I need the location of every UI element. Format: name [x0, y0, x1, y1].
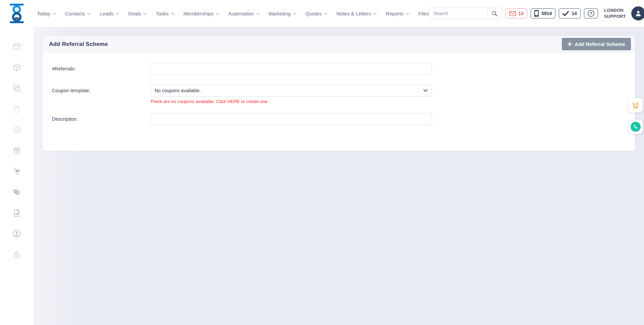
floating-call-button[interactable]: [629, 120, 643, 134]
tasks-count: 14: [572, 11, 577, 16]
nav-reports[interactable]: Reports: [386, 11, 409, 16]
hourglass-logo-icon: [9, 4, 25, 23]
user-circle-icon: [12, 229, 21, 238]
sidebar-item-reports[interactable]: [12, 209, 21, 217]
page-title: Add Referral Scheme: [49, 41, 108, 48]
avatar[interactable]: [631, 6, 644, 20]
coupon-template-label: Coupon template:: [52, 88, 150, 93]
calendar-day-number: 12: [15, 46, 18, 49]
mobile-phone-icon: [534, 10, 539, 17]
description-row: Description:: [52, 113, 635, 125]
nav-deals[interactable]: Deals: [128, 11, 147, 16]
messages-badge[interactable]: 13: [505, 8, 528, 18]
referrals-input[interactable]: [150, 63, 432, 75]
referrals-row: #Referrals:: [52, 63, 635, 75]
nav-label: Deals: [128, 11, 141, 16]
coupon-template-select-wrap: No coupons available.: [150, 85, 432, 97]
coupon-warning-text-post: to create one: [240, 99, 268, 104]
nav-label: Reports: [386, 11, 404, 16]
price-tag-icon: $: [12, 188, 21, 197]
nav-today[interactable]: Today: [37, 11, 56, 16]
sidebar-item-duplicates[interactable]: [12, 84, 21, 93]
main-content: Add Referral Scheme Add Referral Scheme …: [34, 27, 644, 325]
nav-label: Leads: [100, 11, 113, 16]
chevron-down-icon: [116, 13, 119, 15]
main-nav: Today Contacts Leads Deals Tasks Members…: [37, 11, 429, 16]
chevron-down-icon: [216, 13, 219, 15]
nav-files[interactable]: Files: [418, 11, 429, 16]
shopping-cart-icon: [12, 167, 21, 176]
gift-icon: [12, 146, 21, 155]
chevron-down-icon: [171, 13, 174, 15]
topbar-right-cluster: 13 5914 14 ? LONDON SUPPORT: [429, 6, 644, 20]
envelope-icon: [509, 11, 516, 16]
floating-shop-button[interactable]: [629, 98, 643, 112]
messages-count: 13: [519, 11, 524, 16]
nav-notes-letters[interactable]: Notes & Letters: [336, 11, 377, 16]
sidebar-item-rewards[interactable]: [12, 146, 21, 155]
chevron-down-icon: [406, 13, 409, 15]
nav-tasks[interactable]: Tasks: [156, 11, 174, 16]
nav-leads[interactable]: Leads: [100, 11, 119, 16]
user-name-line2: SUPPORT: [604, 13, 626, 19]
shopping-cart-orange-icon: [631, 101, 640, 110]
chevron-down-icon: [324, 13, 327, 15]
sidebar-item-history[interactable]: [12, 125, 21, 134]
search-box: [429, 8, 502, 19]
checkmark-icon: [562, 11, 569, 16]
chevron-down-icon: [256, 13, 260, 15]
phone-circle: [631, 122, 641, 132]
add-button-label: Add Referral Scheme: [575, 42, 625, 47]
nav-label: Automation: [228, 11, 254, 16]
help-question-icon: ?: [587, 10, 595, 17]
user-name-line1: LONDON: [604, 7, 626, 13]
nav-automation[interactable]: Automation: [228, 11, 260, 16]
svg-text:?: ?: [590, 11, 592, 15]
sidebar-item-security[interactable]: [12, 250, 21, 259]
chevron-down-icon: [87, 13, 91, 15]
help-button[interactable]: ?: [584, 8, 598, 18]
coupon-warning-message: There are no coupons available. Click HE…: [150, 99, 635, 104]
phone-icon: [633, 124, 638, 129]
nav-marketing[interactable]: Marketing: [269, 11, 297, 16]
calendar-icon: 12: [12, 42, 21, 51]
sidebar-item-orders[interactable]: [12, 105, 21, 113]
app-logo[interactable]: [9, 4, 25, 23]
nav-memberships[interactable]: Memberships: [183, 11, 219, 16]
search-button[interactable]: [488, 8, 502, 19]
chevron-down-icon: [293, 13, 297, 15]
sms-credits-count: 5914: [541, 11, 552, 16]
chevron-down-icon: [373, 13, 377, 15]
top-bar: Today Contacts Leads Deals Tasks Members…: [0, 0, 644, 27]
search-icon: [491, 10, 498, 17]
report-document-icon: [12, 209, 21, 217]
referral-scheme-form: #Referrals: Coupon template: No coupons …: [43, 53, 635, 125]
padlock-icon: [12, 250, 21, 259]
nav-label: Notes & Letters: [336, 11, 371, 16]
sms-credits-badge[interactable]: 5914: [531, 8, 555, 18]
nav-label: Memberships: [183, 11, 214, 16]
sidebar-item-calendar[interactable]: 12: [12, 42, 21, 51]
sidebar-item-account[interactable]: [12, 229, 21, 238]
package-cube-icon: [12, 63, 21, 72]
history-clock-icon: [12, 125, 21, 134]
plus-icon: [568, 42, 572, 46]
description-input[interactable]: [150, 113, 432, 125]
coupon-template-select[interactable]: No coupons available.: [150, 85, 432, 97]
sidebar-item-shop[interactable]: [12, 167, 21, 176]
shopping-bag-icon: [12, 105, 21, 113]
search-input[interactable]: [429, 11, 487, 16]
add-referral-scheme-button[interactable]: Add Referral Scheme: [562, 38, 631, 50]
referrals-label: #Referrals:: [52, 66, 150, 71]
chevron-down-icon: [53, 13, 56, 15]
nav-label: Marketing: [269, 11, 291, 16]
sidebar-item-pricing[interactable]: $: [12, 188, 21, 197]
nav-quotes[interactable]: Quotes: [306, 11, 327, 16]
nav-contacts[interactable]: Contacts: [65, 11, 91, 16]
coupon-warning-link[interactable]: HERE: [227, 99, 240, 104]
nav-label: Quotes: [306, 11, 322, 16]
tasks-badge[interactable]: 14: [559, 8, 581, 18]
user-name[interactable]: LONDON SUPPORT: [604, 7, 626, 19]
copy-squares-icon: [12, 84, 21, 93]
sidebar-item-packages[interactable]: [12, 63, 21, 72]
